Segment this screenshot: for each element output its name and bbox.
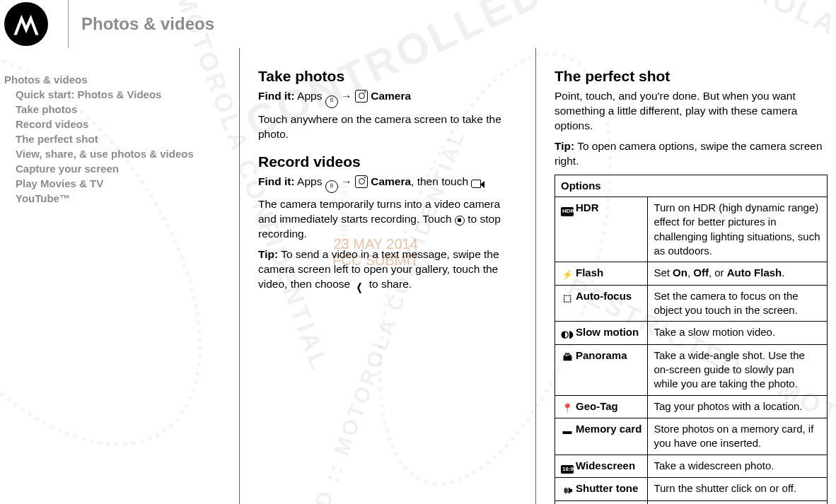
option-name: 16:9Widescreen [555, 455, 648, 478]
content-column-1: Take photos Find it: Apps ⠿ → Camera Tou… [240, 48, 535, 504]
toc-item-4[interactable]: View, share, & use photos & videos [16, 146, 235, 161]
option-row-auto-focus: ⬚Auto-focusSet the camera to focus on th… [555, 285, 828, 322]
shutter-tone-icon: 🕪 [561, 484, 574, 497]
take-photos-body: Touch anywhere on the camera screen to t… [258, 112, 517, 142]
auto-focus-icon: ⬚ [561, 292, 574, 305]
option-name: 📍Geo-Tag [555, 395, 648, 418]
toc-item-0[interactable]: Quick start: Photos & Videos [16, 87, 235, 102]
memory-card-icon: ▬ [561, 425, 574, 438]
toc-item-7[interactable]: YouTube™ [16, 191, 235, 206]
toc-item-5[interactable]: Capture your screen [16, 161, 235, 176]
option-desc: Set On, Off, or Auto Flash. [648, 262, 828, 286]
option-name: ◐◗Slow motion [555, 322, 648, 345]
option-desc: Turn on HDR (high dynamic range) effect … [648, 197, 828, 262]
option-desc: Take a wide-angle shot. Use the on-scree… [648, 344, 828, 395]
option-desc: Turn the shutter click on or off. [648, 478, 828, 501]
panorama-icon: 🏔 [561, 351, 574, 364]
record-videos-findit: Find it: Apps ⠿ → Camera, then touch [258, 175, 517, 193]
heading-take-photos: Take photos [258, 66, 517, 86]
toc-item-3[interactable]: The perfect shot [16, 131, 235, 146]
toc-top[interactable]: Photos & videos [4, 72, 235, 87]
option-row-shutter-tone: 🕪Shutter toneTurn the shutter click on o… [555, 478, 828, 501]
take-photos-findit: Find it: Apps ⠿ → Camera [258, 89, 517, 107]
option-name: ⚡Flash [555, 262, 648, 286]
hdr-icon: HDR [561, 207, 574, 216]
option-row-widescreen: 16:9WidescreenTake a widescreen photo. [555, 455, 828, 478]
page-title: Photos & videos [81, 14, 214, 34]
video-icon [471, 180, 481, 188]
options-table: Options HDRHDRTurn on HDR (high dynamic … [555, 175, 828, 504]
option-row-hdr: HDRHDRTurn on HDR (high dynamic range) e… [555, 197, 828, 262]
options-header: Options [555, 175, 828, 197]
apps-icon: ⠿ [325, 180, 338, 193]
option-row-geo-tag: 📍Geo-TagTag your photos with a location. [555, 395, 828, 418]
option-row-flash: ⚡FlashSet On, Off, or Auto Flash. [555, 262, 828, 286]
option-name: ✋Quick Draw [555, 500, 648, 504]
content-column-2: The perfect shot Point, touch, and you'r… [536, 48, 836, 504]
option-desc: Catch it fast. Turn on this setting so w… [648, 500, 828, 504]
perfect-shot-body: Point, touch, and you're done. But when … [555, 89, 828, 134]
option-desc: Set the camera to focus on the object yo… [648, 285, 828, 322]
option-desc: Take a widescreen photo. [648, 455, 828, 478]
page-header: Photos & videos [0, 0, 836, 48]
flash-icon: ⚡ [561, 269, 574, 281]
option-name: 🏔Panorama [555, 344, 648, 395]
geo-tag-icon: 📍 [561, 402, 574, 415]
toc-item-1[interactable]: Take photos [16, 102, 235, 117]
camera-icon [355, 175, 368, 188]
option-desc: Tag your photos with a location. [648, 395, 828, 418]
record-videos-tip: Tip: To send a video in a text message, … [258, 247, 517, 293]
option-desc: Take a slow motion video. [648, 322, 828, 345]
option-row-quick-draw: ✋Quick DrawCatch it fast. Turn on this s… [555, 500, 828, 504]
option-name: ⬚Auto-focus [555, 285, 648, 322]
option-name: ▬Memory card [555, 418, 648, 455]
camera-icon [355, 90, 368, 102]
toc-item-2[interactable]: Record videos [16, 117, 235, 131]
option-name: HDRHDR [555, 197, 648, 262]
option-desc: Store photos on a memory card, if you ha… [648, 418, 828, 455]
option-row-memory-card: ▬Memory cardStore photos on a memory car… [555, 418, 828, 455]
slow-motion-icon: ◐◗ [561, 328, 574, 341]
motorola-logo-icon [4, 2, 48, 46]
stop-icon [455, 216, 465, 225]
option-row-slow-motion: ◐◗Slow motionTake a slow motion video. [555, 322, 828, 345]
toc-item-6[interactable]: Play Movies & TV [16, 176, 235, 191]
heading-record-videos: Record videos [258, 152, 517, 172]
toc: Photos & videos Quick start: Photos & Vi… [4, 72, 235, 206]
option-row-panorama: 🏔PanoramaTake a wide-angle shot. Use the… [555, 344, 828, 395]
heading-perfect-shot: The perfect shot [555, 66, 828, 86]
option-name: 🕪Shutter tone [555, 478, 648, 501]
widescreen-icon: 16:9 [561, 465, 574, 474]
share-icon [353, 281, 366, 293]
apps-icon: ⠿ [325, 95, 338, 108]
record-videos-body: The camera temporarily turns into a vide… [258, 197, 517, 242]
perfect-shot-tip: Tip: To open camera options, swipe the c… [555, 139, 828, 169]
